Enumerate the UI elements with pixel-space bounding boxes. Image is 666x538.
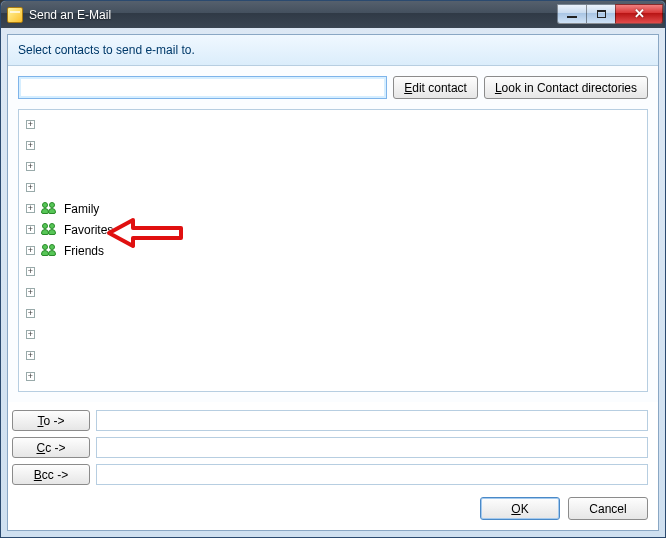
dialog-buttons: OK Cancel: [8, 491, 658, 530]
bcc-row: Bcc ->: [12, 464, 648, 485]
bcc-button[interactable]: Bcc ->: [12, 464, 90, 485]
contact-item[interactable]: +: [21, 261, 645, 282]
expand-box-icon[interactable]: +: [26, 204, 35, 213]
contact-item[interactable]: +: [21, 324, 645, 345]
plus-icon: +: [28, 267, 33, 276]
list-item-label: Friends: [64, 244, 104, 258]
window-title: Send an E-Mail: [29, 8, 558, 22]
contact-item[interactable]: +: [21, 177, 645, 198]
maximize-button[interactable]: [586, 4, 616, 24]
contact-item[interactable]: +: [21, 135, 645, 156]
expand-box-icon[interactable]: +: [26, 267, 35, 276]
plus-icon: +: [28, 120, 33, 129]
edit-contact-label: Edit contact: [404, 81, 467, 95]
title-bar: Send an E-Mail ✕: [1, 1, 665, 28]
minimize-button[interactable]: [557, 4, 587, 24]
expand-box-icon[interactable]: +: [26, 162, 35, 171]
look-in-directories-button[interactable]: Look in Contact directories: [484, 76, 648, 99]
look-in-directories-label: Look in Contact directories: [495, 81, 637, 95]
expand-box-icon[interactable]: +: [26, 141, 35, 150]
instruction-bar: Select contacts to send e-mail to.: [8, 35, 658, 66]
expand-box-icon[interactable]: +: [26, 330, 35, 339]
edit-contact-button[interactable]: Edit contact: [393, 76, 478, 99]
close-button[interactable]: ✕: [615, 4, 663, 24]
cancel-button-label: Cancel: [589, 502, 626, 516]
plus-icon: +: [28, 246, 33, 255]
expand-box-icon[interactable]: +: [26, 372, 35, 381]
app-icon: [7, 7, 23, 23]
cc-row: Cc ->: [12, 437, 648, 458]
to-button-label: To ->: [37, 414, 64, 428]
top-row: Edit contact Look in Contact directories: [18, 76, 648, 99]
recipient-fields: To -> Cc -> Bcc ->: [8, 402, 658, 491]
contact-group-item[interactable]: +Friends: [21, 240, 645, 261]
window-controls: ✕: [558, 4, 663, 24]
plus-icon: +: [28, 330, 33, 339]
ok-button-label: OK: [511, 502, 528, 516]
expand-box-icon[interactable]: +: [26, 120, 35, 129]
contact-group-item[interactable]: +Family: [21, 198, 645, 219]
group-icon: [42, 244, 58, 258]
instruction-text: Select contacts to send e-mail to.: [18, 43, 195, 57]
expand-box-icon[interactable]: +: [26, 225, 35, 234]
contact-item[interactable]: +: [21, 303, 645, 324]
to-row: To ->: [12, 410, 648, 431]
plus-icon: +: [28, 225, 33, 234]
expand-box-icon[interactable]: +: [26, 288, 35, 297]
search-input[interactable]: [18, 76, 387, 99]
contact-item[interactable]: +: [21, 366, 645, 387]
expand-box-icon[interactable]: +: [26, 309, 35, 318]
to-field[interactable]: [96, 410, 648, 431]
close-icon: ✕: [634, 7, 645, 20]
cancel-button[interactable]: Cancel: [568, 497, 648, 520]
client-area: Select contacts to send e-mail to. Edit …: [7, 34, 659, 531]
maximize-icon: [597, 10, 606, 18]
cc-button[interactable]: Cc ->: [12, 437, 90, 458]
plus-icon: +: [28, 183, 33, 192]
bcc-field[interactable]: [96, 464, 648, 485]
expand-box-icon[interactable]: +: [26, 183, 35, 192]
contact-list-container: +++++Family+Favorites+Friends++++++: [18, 109, 648, 392]
window-frame: Send an E-Mail ✕ Select contacts to send…: [0, 0, 666, 538]
group-icon: [42, 223, 58, 237]
plus-icon: +: [28, 141, 33, 150]
cc-field[interactable]: [96, 437, 648, 458]
contact-item[interactable]: +: [21, 345, 645, 366]
contact-group-item[interactable]: +Favorites: [21, 219, 645, 240]
expand-box-icon[interactable]: +: [26, 351, 35, 360]
plus-icon: +: [28, 162, 33, 171]
main-area: Edit contact Look in Contact directories…: [8, 66, 658, 402]
plus-icon: +: [28, 372, 33, 381]
plus-icon: +: [28, 309, 33, 318]
minimize-icon: [567, 16, 577, 18]
plus-icon: +: [28, 204, 33, 213]
ok-button[interactable]: OK: [480, 497, 560, 520]
plus-icon: +: [28, 351, 33, 360]
list-item-label: Favorites: [64, 223, 113, 237]
expand-box-icon[interactable]: +: [26, 246, 35, 255]
cc-button-label: Cc ->: [36, 441, 65, 455]
group-icon: [42, 202, 58, 216]
contact-item[interactable]: +: [21, 282, 645, 303]
to-button[interactable]: To ->: [12, 410, 90, 431]
bcc-button-label: Bcc ->: [34, 468, 68, 482]
contact-item[interactable]: +: [21, 156, 645, 177]
list-item-label: Family: [64, 202, 99, 216]
contact-item[interactable]: +: [21, 114, 645, 135]
contact-list[interactable]: +++++Family+Favorites+Friends++++++: [19, 110, 647, 391]
plus-icon: +: [28, 288, 33, 297]
